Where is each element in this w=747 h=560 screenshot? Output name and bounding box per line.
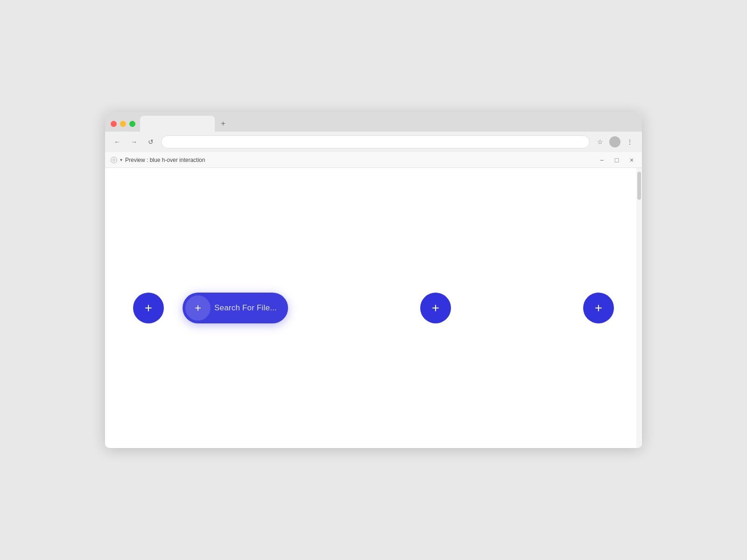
new-tab-button[interactable]: +: [217, 117, 230, 130]
buttons-container: + + Search For File... + +: [105, 293, 642, 323]
browser-tab[interactable]: [140, 116, 215, 132]
preview-minimize-button[interactable]: −: [597, 155, 606, 165]
scrollbar-thumb[interactable]: [637, 172, 641, 200]
back-button[interactable]: ←: [111, 135, 124, 148]
preview-chevron-icon: ▾: [120, 157, 122, 162]
reload-button[interactable]: ↺: [144, 135, 157, 148]
tab-bar: +: [105, 112, 642, 132]
preview-close-button[interactable]: ×: [627, 155, 636, 165]
add-button-2[interactable]: +: [420, 293, 451, 323]
profile-avatar[interactable]: [609, 136, 620, 147]
preview-title: Preview : blue h-over interaction: [125, 157, 205, 163]
browser-content: + + Search For File... + +: [105, 168, 642, 448]
menu-button[interactable]: ⋮: [623, 135, 636, 148]
add-button-1-icon: +: [145, 301, 152, 315]
traffic-lights: [111, 121, 135, 127]
traffic-light-close[interactable]: [111, 121, 117, 127]
traffic-light-fullscreen[interactable]: [129, 121, 135, 127]
preview-toolbar: ▾ Preview : blue h-over interaction − □ …: [105, 152, 642, 168]
add-button-3-icon: +: [595, 301, 602, 315]
scrollbar[interactable]: [636, 168, 642, 448]
nav-bar: ← → ↺ ☆ ⋮: [105, 132, 642, 152]
browser-window: + ← → ↺ ☆ ⋮ ▾ Preview : blue h-over inte…: [105, 112, 642, 448]
forward-button[interactable]: →: [127, 135, 141, 148]
preview-dot-icon: [111, 157, 117, 163]
preview-controls: − □ ×: [597, 155, 636, 165]
bookmark-button[interactable]: ☆: [593, 135, 606, 148]
preview-maximize-button[interactable]: □: [612, 155, 621, 165]
add-button-1[interactable]: +: [133, 293, 164, 323]
address-bar[interactable]: [161, 135, 590, 148]
add-button-2-icon: +: [432, 301, 439, 315]
add-button-3[interactable]: +: [583, 293, 614, 323]
search-pill-plus-icon: +: [185, 295, 211, 321]
traffic-light-minimize[interactable]: [120, 121, 126, 127]
preview-dot-inner: [113, 159, 115, 161]
search-pill-label: Search For File...: [214, 303, 277, 313]
search-for-file-button[interactable]: + Search For File...: [183, 293, 288, 323]
nav-right-controls: ☆ ⋮: [593, 135, 636, 148]
